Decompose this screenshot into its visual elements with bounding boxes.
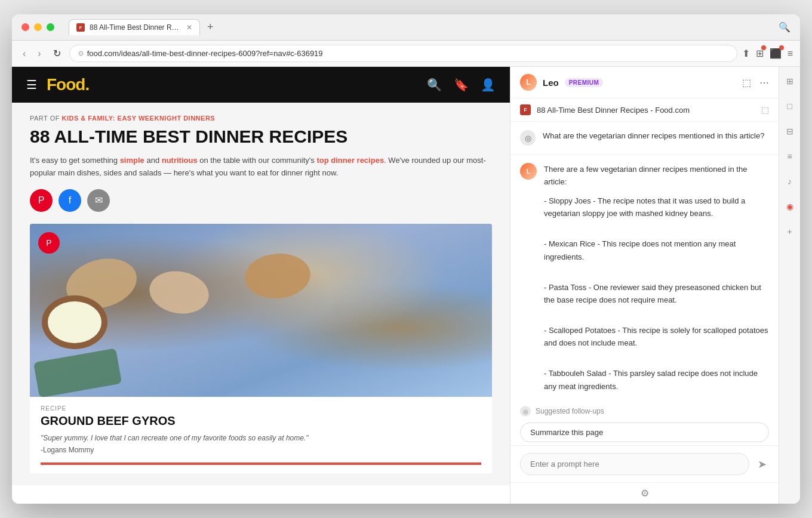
sidebar-icon-music[interactable]: ♪ — [782, 173, 798, 190]
email-share-button[interactable]: ✉ — [87, 189, 110, 212]
tab-close-button[interactable]: ✕ — [186, 23, 192, 32]
more-options-icon[interactable]: ⋯ — [759, 77, 769, 88]
notification-dot — [761, 45, 766, 50]
sidebar-icon-add[interactable]: + — [782, 223, 798, 240]
leo-send-button[interactable]: ➤ — [755, 455, 769, 473]
ai-avatar: L — [520, 163, 537, 180]
page-ref-title: 88 All-Time Best Dinner Recipes - Food.c… — [537, 106, 755, 115]
ai-recipe-item-3: - Pasta Toss - One reviewer said they pr… — [544, 281, 769, 307]
leo-header: L Leo PREMIUM ⬚ ⋯ — [510, 67, 779, 98]
recipe-info: RECIPE GROUND BEEF GYROS "Super yummy. I… — [30, 397, 492, 473]
sidebar-icon-reading[interactable]: □ — [782, 98, 798, 115]
site-header: ☰ Food. 🔍 🔖 👤 — [12, 67, 510, 103]
leo-prompt-input[interactable] — [520, 453, 749, 475]
ai-recipe-item-5: - Tabbouleh Salad - This parsley salad r… — [544, 367, 769, 393]
user-avatar-icon: ◎ — [520, 130, 536, 146]
bookmark-icon[interactable]: 🔖 — [454, 78, 469, 92]
close-button[interactable] — [21, 23, 29, 31]
ai-intro: There are a few vegetarian dinner recipe… — [544, 163, 769, 189]
ai-response: L There are a few vegetarian dinner reci… — [510, 155, 779, 406]
address-bar[interactable]: ⊙ food.com/ideas/all-time-best-dinner-re… — [69, 45, 737, 62]
facebook-share-button[interactable]: f — [59, 189, 81, 212]
article-description: It's easy to get something simple and nu… — [30, 155, 492, 180]
user-icon[interactable]: 👤 — [481, 78, 496, 92]
pin-button[interactable]: P — [38, 232, 60, 254]
pinterest-share-button[interactable]: P — [30, 189, 53, 212]
titlebar-search-icon[interactable]: 🔍 — [779, 21, 791, 33]
recipe-author: -Logans Mommy — [41, 446, 481, 454]
url-text: food.com/ideas/all-time-best-dinner-reci… — [87, 49, 323, 58]
traffic-lights — [21, 23, 54, 31]
titlebar: F 88 All-Time Best Dinner Reci... ✕ + 🔍 — [12, 14, 800, 41]
back-button[interactable]: ‹ — [19, 46, 29, 61]
recipe-label: RECIPE — [41, 405, 481, 412]
new-tab-button[interactable]: + — [205, 21, 216, 33]
logo-container: ☰ Food. — [26, 75, 89, 94]
user-message: ◎ What are the vegetarian dinner recipes… — [510, 122, 779, 155]
leo-conversation[interactable]: F 88 All-Time Best Dinner Recipes - Food… — [510, 98, 779, 445]
minimize-button[interactable] — [34, 23, 42, 31]
forward-button[interactable]: › — [34, 46, 44, 61]
page-ref-action-icon[interactable]: ⬚ — [761, 105, 769, 115]
tab-title: 88 All-Time Best Dinner Reci... — [90, 23, 182, 32]
ai-recipe-item-2: - Mexican Rice - This recipe does not me… — [544, 238, 769, 263]
site-logo: Food. — [47, 75, 89, 94]
share-conversation-icon[interactable]: ⬚ — [742, 77, 751, 88]
webpage[interactable]: ☰ Food. 🔍 🔖 👤 PART OF KIDS & FAMILY: EAS… — [12, 67, 510, 504]
suggested-icon: ◎ — [520, 406, 531, 417]
menu-icon[interactable]: ≡ — [788, 48, 793, 59]
sidebar-icon-tabs[interactable]: ⊞ — [782, 73, 798, 90]
article-body: PART OF KIDS & FAMILY: EASY WEEKNIGHT DI… — [12, 103, 510, 485]
suggested-followups-label: ◎ Suggested follow-ups — [520, 406, 769, 417]
sidebar-right: ⊞ □ ⊟ ≡ ♪ ◉ + — [779, 67, 800, 504]
article-title: 88 ALL-TIME BEST DINNER RECIPES — [30, 127, 492, 146]
tab-favicon: F — [76, 23, 85, 32]
sidebar-icon-leo-active[interactable]: ◉ — [782, 198, 798, 215]
search-icon[interactable]: 🔍 — [427, 78, 442, 92]
maximize-button[interactable] — [47, 23, 54, 31]
nav-right-icons: ⬆ ⊞ ⬛ ≡ — [742, 48, 793, 59]
sidebar-icon-bookmarks[interactable]: ⊟ — [782, 123, 798, 140]
sidebar-icon-history[interactable]: ≡ — [782, 148, 798, 165]
hamburger-icon[interactable]: ☰ — [26, 78, 37, 92]
ai-recipe-item-1: - Sloppy Joes - The recipe notes that it… — [544, 195, 769, 220]
ai-response-text: There are a few vegetarian dinner recipe… — [544, 163, 769, 397]
recipe-card: P RECIPE GROUND BEEF GYROS "Super yummy.… — [30, 224, 492, 473]
navbar: ‹ › ↻ ⊙ food.com/ideas/all-time-best-din… — [12, 41, 800, 67]
tabs-icon[interactable]: ⊞ — [756, 48, 764, 59]
recipe-image: P — [30, 224, 492, 397]
tabs-bar: F 88 All-Time Best Dinner Reci... ✕ + — [69, 19, 779, 35]
recipe-accent-bar — [41, 462, 481, 465]
premium-badge: PREMIUM — [565, 78, 604, 87]
leo-header-icons: ⬚ ⋯ — [742, 77, 769, 88]
notification-dot-2 — [779, 45, 784, 50]
main-content: ☰ Food. 🔍 🔖 👤 PART OF KIDS & FAMILY: EAS… — [12, 67, 800, 504]
leo-name: Leo — [543, 78, 559, 88]
ai-recipe-item-4: - Scalloped Potatoes - This recipe is so… — [544, 324, 769, 350]
page-ref-favicon: F — [520, 104, 531, 115]
leo-input-area: ➤ — [510, 445, 779, 482]
leo-avatar: L — [520, 74, 537, 91]
lock-icon: ⊙ — [78, 50, 84, 57]
page-reference-bar: F 88 All-Time Best Dinner Recipes - Food… — [510, 98, 779, 122]
user-question-text: What are the vegetarian dinner recipes m… — [543, 130, 764, 142]
leo-panel: L Leo PREMIUM ⬚ ⋯ F 88 All-Time Best Din… — [510, 67, 779, 504]
share-icon[interactable]: ⬆ — [742, 48, 750, 59]
suggestion-button-1[interactable]: Summarize this page — [520, 423, 769, 442]
recipe-name[interactable]: GROUND BEEF GYROS — [41, 414, 481, 428]
recipe-quote: "Super yummy. I love that I can recreate… — [41, 433, 481, 443]
food-photo — [30, 224, 492, 397]
social-share-buttons: P f ✉ — [30, 189, 492, 212]
profile-icon[interactable]: ⬛ — [770, 48, 782, 59]
leo-settings-icon[interactable]: ⚙ — [510, 482, 779, 504]
browser-tab[interactable]: F 88 All-Time Best Dinner Reci... ✕ — [69, 19, 200, 35]
reload-button[interactable]: ↻ — [50, 45, 64, 61]
suggested-followups-section: ◎ Suggested follow-ups Summarize this pa… — [510, 406, 779, 445]
site-nav-icons: 🔍 🔖 👤 — [427, 78, 496, 92]
breadcrumb: PART OF KIDS & FAMILY: EASY WEEKNIGHT DI… — [30, 115, 492, 122]
